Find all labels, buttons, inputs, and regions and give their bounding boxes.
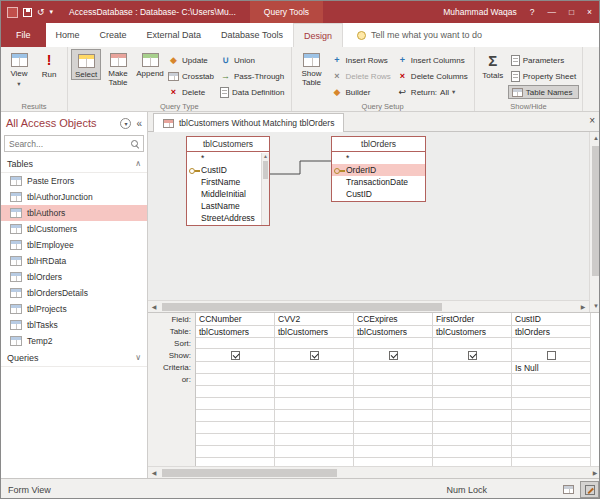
datasheet-view-button[interactable]	[559, 481, 578, 498]
search-input[interactable]	[5, 139, 131, 149]
sidebar-item-tblemployee[interactable]: tblEmployee	[1, 237, 147, 253]
grid-empty-cell[interactable]	[354, 398, 433, 410]
sidebar-item-temp2[interactable]: Temp2	[1, 333, 147, 349]
query-design-canvas[interactable]: tblCustomers * CustID FirstName MiddleIn…	[148, 132, 589, 300]
show-table-button[interactable]: Show Table	[295, 49, 329, 87]
grid-sort-cell[interactable]	[433, 338, 512, 349]
grid-empty-cell[interactable]	[275, 446, 354, 458]
help-button[interactable]: ?	[530, 7, 535, 17]
field-row[interactable]: FirstName	[187, 176, 269, 188]
field-list-title[interactable]: tblOrders	[332, 137, 425, 152]
grid-empty-cell[interactable]	[433, 410, 512, 422]
grid-empty-cell[interactable]	[512, 386, 591, 398]
union-button[interactable]: ∪ Union	[217, 53, 287, 67]
grid-empty-cell[interactable]	[275, 386, 354, 398]
grid-empty-cell[interactable]	[512, 422, 591, 434]
field-row[interactable]: CustID	[187, 164, 269, 176]
sidebar-item-tblhrdata[interactable]: tblHRData	[1, 253, 147, 269]
grid-horizontal-scrollbar[interactable]: ◀ ▶	[148, 466, 600, 478]
grid-sort-cell[interactable]	[275, 338, 354, 349]
show-checkbox[interactable]	[310, 351, 319, 360]
grid-field-cell[interactable]: CustID	[512, 313, 591, 326]
grid-criteria-cell[interactable]	[275, 362, 354, 374]
scrollbar-thumb[interactable]	[162, 469, 337, 477]
close-document-icon[interactable]: ×	[589, 115, 595, 126]
field-row[interactable]: *	[332, 152, 425, 164]
grid-empty-cell[interactable]	[354, 446, 433, 458]
grid-empty-cell[interactable]	[196, 434, 275, 446]
grid-sort-cell[interactable]	[354, 338, 433, 349]
grid-criteria-cell[interactable]	[354, 362, 433, 374]
section-queries[interactable]: Queries ∨	[1, 349, 147, 367]
field-row[interactable]: CustID	[332, 188, 425, 200]
field-list-scrollbar[interactable]: ▲	[261, 153, 269, 225]
grid-empty-cell[interactable]	[275, 398, 354, 410]
section-tables[interactable]: Tables ∧	[1, 155, 147, 173]
data-definition-button[interactable]: Data Definition	[217, 85, 287, 99]
scrollbar-thumb[interactable]	[592, 146, 600, 276]
sidebar-item-tblorders[interactable]: tblOrders	[1, 269, 147, 285]
grid-criteria-cell[interactable]	[196, 362, 275, 374]
close-button[interactable]: ×	[587, 7, 592, 17]
delete-rows-button[interactable]: × Delete Rows	[329, 69, 394, 83]
grid-or-cell[interactable]	[433, 374, 512, 386]
update-button[interactable]: ◆ Update	[165, 53, 217, 67]
grid-empty-cell[interactable]	[275, 410, 354, 422]
grid-empty-cell[interactable]	[354, 422, 433, 434]
access-app-icon[interactable]	[7, 7, 18, 18]
property-sheet-button[interactable]: Property Sheet	[508, 69, 579, 83]
grid-empty-cell[interactable]	[512, 398, 591, 410]
grid-table-cell[interactable]: tblCustomers	[196, 326, 275, 338]
grid-table-cell[interactable]: tblOrders	[512, 326, 591, 338]
grid-empty-cell[interactable]	[512, 410, 591, 422]
grid-empty-cell[interactable]	[196, 386, 275, 398]
field-row[interactable]: TransactionDate	[332, 176, 425, 188]
insert-rows-button[interactable]: + Insert Rows	[329, 53, 394, 67]
grid-empty-cell[interactable]	[433, 434, 512, 446]
qat-dropdown-icon[interactable]: ▾	[50, 8, 54, 16]
tab-file[interactable]: File	[1, 23, 46, 47]
field-row-highlighted[interactable]: OrderID	[332, 164, 425, 176]
grid-or-cell[interactable]	[275, 374, 354, 386]
grid-table-cell[interactable]: tblCustomers	[275, 326, 354, 338]
design-view-button[interactable]	[580, 481, 599, 498]
grid-criteria-cell[interactable]	[433, 362, 512, 374]
grid-empty-cell[interactable]	[196, 446, 275, 458]
return-dropdown[interactable]: ↩ Return: All ▾	[394, 85, 471, 99]
sidebar-item-tblauthors[interactable]: tblAuthors	[1, 205, 147, 221]
grid-or-cell[interactable]	[512, 374, 591, 386]
show-checkbox[interactable]	[547, 351, 556, 360]
sidebar-item-paste-errors[interactable]: Paste Errors	[1, 173, 147, 189]
grid-empty-cell[interactable]	[512, 434, 591, 446]
minimize-button[interactable]: —	[547, 7, 556, 17]
delete-query-button[interactable]: × Delete	[165, 85, 217, 99]
grid-field-cell[interactable]: CCExpires	[354, 313, 433, 326]
sidebar-item-tbltasks[interactable]: tblTasks	[1, 317, 147, 333]
grid-empty-cell[interactable]	[433, 422, 512, 434]
show-checkbox[interactable]	[468, 351, 477, 360]
grid-empty-cell[interactable]	[354, 458, 433, 466]
grid-empty-cell[interactable]	[433, 398, 512, 410]
grid-empty-cell[interactable]	[433, 446, 512, 458]
grid-empty-cell[interactable]	[196, 458, 275, 466]
grid-empty-cell[interactable]	[275, 422, 354, 434]
table-names-button[interactable]: Table Names	[508, 85, 579, 99]
grid-empty-cell[interactable]	[196, 422, 275, 434]
grid-field-cell[interactable]: FirstOrder	[433, 313, 512, 326]
grid-sort-cell[interactable]	[512, 338, 591, 349]
field-row[interactable]: StreetAddress	[187, 212, 269, 224]
insert-columns-button[interactable]: + Insert Columns	[394, 53, 471, 67]
tab-home[interactable]: Home	[46, 23, 90, 47]
nav-menu-icon[interactable]: ▾	[120, 118, 131, 129]
tab-database-tools[interactable]: Database Tools	[211, 23, 293, 47]
tell-me-box[interactable]: Tell me what you want to do	[357, 23, 482, 47]
grid-or-cell[interactable]	[354, 374, 433, 386]
grid-or-cell[interactable]	[196, 374, 275, 386]
grid-field-cell[interactable]: CCNumber	[196, 313, 275, 326]
show-checkbox[interactable]	[231, 351, 240, 360]
sidebar-item-tblprojects[interactable]: tblProjects	[1, 301, 147, 317]
grid-empty-cell[interactable]	[275, 458, 354, 466]
scroll-up-icon[interactable]: ▲	[590, 132, 600, 144]
grid-empty-cell[interactable]	[275, 434, 354, 446]
grid-sort-cell[interactable]	[196, 338, 275, 349]
